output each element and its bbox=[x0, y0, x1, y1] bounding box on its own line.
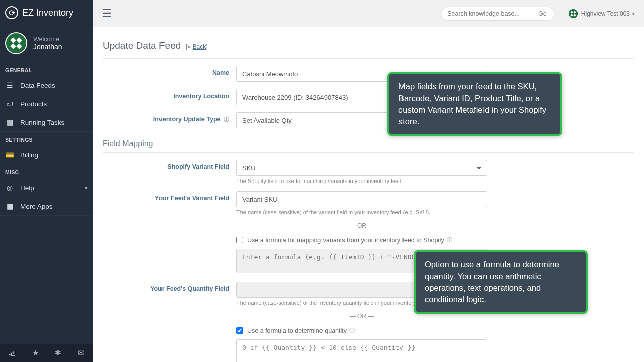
briefcase-icon[interactable]: 🛍 bbox=[8, 349, 16, 357]
brand-label: EZ Inventory bbox=[22, 8, 73, 18]
nav-item-label: More Apps bbox=[20, 203, 53, 210]
rss-icon[interactable]: ✱ bbox=[55, 348, 61, 357]
nav-item-label: Help bbox=[20, 184, 34, 192]
card-icon: 💳 bbox=[5, 151, 14, 159]
panel-header: Update Data Feed [« Back] bbox=[103, 36, 634, 59]
or-separator: — OR — bbox=[236, 222, 487, 229]
use-formula-variant-checkbox[interactable] bbox=[236, 237, 243, 243]
info-icon[interactable]: ⓘ bbox=[447, 236, 452, 244]
welcome-prefix: Welcome, bbox=[33, 36, 62, 43]
sidebar: ⟳ EZ Inventory Welcome, Jonathan GENERAL… bbox=[0, 0, 93, 362]
hamburger-icon[interactable]: ☰ bbox=[102, 7, 112, 20]
user-name: Highview Test 003 bbox=[581, 10, 630, 17]
nav-item-label: Products bbox=[20, 100, 47, 108]
label-feeds-variant: Your Feed's Variant Field bbox=[103, 191, 236, 275]
qty-formula-textarea[interactable]: 0 if {{ Quantity }} < 10 else {{ Quantit… bbox=[236, 339, 487, 362]
use-formula-qty-checkbox[interactable] bbox=[236, 327, 243, 334]
tasks-icon: ▤ bbox=[5, 118, 14, 126]
sidebar-dock: 🛍 ★ ✱ ✉ bbox=[0, 344, 93, 362]
back-wrap: [« Back] bbox=[186, 43, 207, 50]
svg-point-0 bbox=[7, 34, 25, 52]
topbar: ☰ Go Highview Test 003 ▾ bbox=[93, 0, 644, 27]
back-link[interactable]: Back bbox=[193, 43, 206, 50]
refresh-icon: ⟳ bbox=[5, 6, 18, 19]
main-panel: Update Data Feed [« Back] Name Inventory… bbox=[93, 27, 644, 362]
user-avatar bbox=[5, 32, 27, 54]
label-inv-location: Inventory Location bbox=[103, 89, 236, 105]
nav-data-feeds[interactable]: ☰ Data Feeds bbox=[0, 76, 93, 95]
callout-field-mapping: Map fields from your feed to the SKU, Ba… bbox=[387, 72, 562, 136]
page-title: Update Data Feed bbox=[103, 40, 181, 51]
search-go-button[interactable]: Go bbox=[531, 7, 554, 21]
user-avatar-small bbox=[569, 9, 578, 18]
callout-qty-formula: Option to use a formula to determine qua… bbox=[414, 250, 588, 314]
search-wrap: Go bbox=[441, 7, 554, 21]
info-icon[interactable]: ⓘ bbox=[349, 327, 355, 334]
section-misc: MISC bbox=[0, 164, 93, 178]
list-icon: ☰ bbox=[5, 81, 14, 89]
shopify-variant-select[interactable]: SKU bbox=[236, 160, 487, 176]
welcome-name: Jonathan bbox=[33, 43, 62, 51]
help-shopify-variant: The Shopify field to use for matching va… bbox=[236, 178, 487, 184]
nav-item-label: Billing bbox=[20, 151, 38, 159]
nav-item-label: Running Tasks bbox=[20, 119, 64, 126]
lifebuoy-icon: ◎ bbox=[5, 184, 14, 192]
welcome-block: Welcome, Jonathan bbox=[0, 25, 93, 62]
nav-help[interactable]: ◎ Help ▾ bbox=[0, 178, 93, 197]
section-settings: SETTINGS bbox=[0, 132, 93, 146]
label-feeds-qty: Your Feed's Quantity Field bbox=[103, 282, 236, 362]
info-icon[interactable]: ⓘ bbox=[224, 116, 229, 123]
chevron-down-icon: ▾ bbox=[85, 185, 88, 191]
nav-more-apps[interactable]: ▦ More Apps bbox=[0, 197, 93, 216]
chevron-down-icon: ▾ bbox=[632, 11, 635, 16]
or-separator: — OR — bbox=[236, 313, 487, 320]
svg-point-5 bbox=[569, 9, 578, 18]
cb-label-qty: Use a formula to determine quantity bbox=[247, 327, 347, 334]
grid-icon: ▦ bbox=[5, 202, 14, 210]
feeds-variant-input[interactable] bbox=[236, 191, 487, 207]
search-input[interactable] bbox=[441, 7, 531, 21]
star-icon[interactable]: ★ bbox=[32, 348, 39, 357]
user-menu[interactable]: Highview Test 003 ▾ bbox=[569, 9, 635, 18]
nav-billing[interactable]: 💳 Billing bbox=[0, 146, 93, 164]
nav-running-tasks[interactable]: ▤ Running Tasks bbox=[0, 113, 93, 132]
cb-label-variant: Use a formula for mapping variants from … bbox=[247, 237, 444, 244]
nav-products[interactable]: 🏷 Products bbox=[0, 95, 93, 113]
brand[interactable]: ⟳ EZ Inventory bbox=[0, 0, 93, 25]
section-field-mapping: Field Mapping bbox=[103, 139, 634, 153]
label-name: Name bbox=[103, 66, 236, 82]
help-feeds-variant: The name (case-sensitive) of the variant… bbox=[236, 209, 487, 215]
nav-item-label: Data Feeds bbox=[20, 82, 55, 89]
section-general: GENERAL bbox=[0, 62, 93, 76]
mail-icon[interactable]: ✉ bbox=[78, 348, 85, 357]
label-inv-update-type: Inventory Update Type ⓘ bbox=[103, 112, 236, 128]
tag-icon: 🏷 bbox=[5, 100, 14, 108]
label-shopify-variant: Shopify Variant Field bbox=[103, 160, 236, 184]
